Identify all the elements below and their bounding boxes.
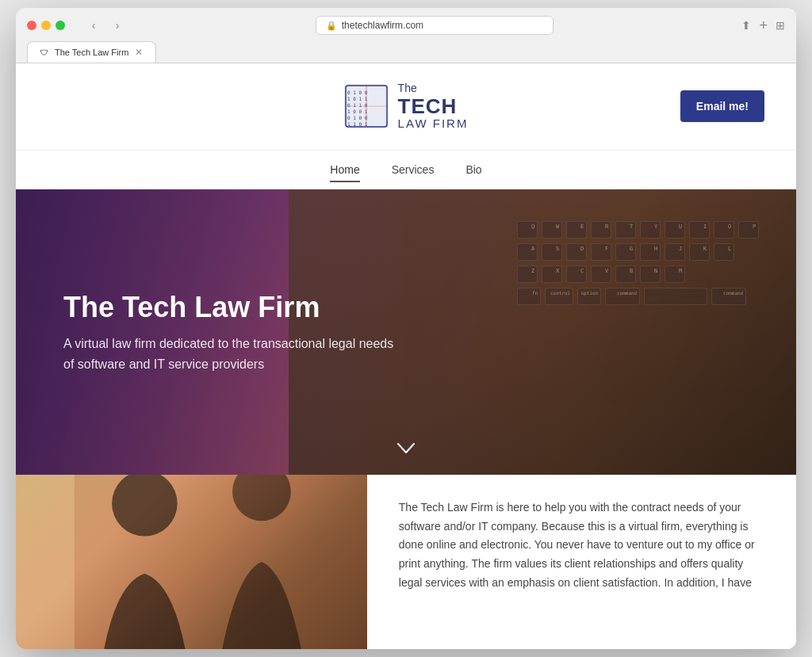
browser-window: ‹ › 🔒 thetechlawfirm.com ⬆ + ⊞ 🛡 The T	[16, 8, 796, 648]
grid-icon[interactable]: ⊞	[776, 19, 785, 32]
key-d: D	[566, 243, 587, 261]
site-header: 0 1 0 0 1 0 1 1 0 1 1 0 1 0 0 1 0 1 0 0 …	[16, 63, 796, 150]
tab-bar: 🛡 The Tech Law Firm ✕	[27, 41, 785, 63]
keyboard-keys: Q W E R T Y U I O P A S D	[501, 205, 780, 448]
key-w: W	[542, 221, 562, 239]
logo-text: The TECH LAW FIRM	[398, 82, 469, 130]
tab-title: The Tech Law Firm	[55, 48, 128, 57]
svg-text:1 0 0 1: 1 0 0 1	[347, 109, 368, 114]
key-s: S	[542, 243, 562, 261]
key-opt: option	[577, 288, 601, 305]
tab-close-icon[interactable]: ✕	[135, 47, 143, 58]
nav-services[interactable]: Services	[392, 160, 435, 179]
share-icon[interactable]: ⬆	[741, 19, 751, 32]
nav-home[interactable]: Home	[330, 160, 359, 179]
hero-content: The Tech Law Firm A virtual law firm ded…	[63, 290, 396, 374]
hero-section: Q W E R T Y U I O P A S D	[16, 189, 796, 475]
keyboard-row-2: A S D F G H J K L	[517, 243, 764, 261]
logo-the: The	[398, 82, 469, 94]
tab-favicon: 🛡	[40, 48, 48, 57]
key-y: Y	[640, 221, 661, 239]
key-m: M	[665, 265, 685, 283]
keyboard-row-4: fn control option command command	[517, 288, 764, 305]
key-q: Q	[517, 221, 538, 239]
svg-text:1 0 1 1: 1 0 1 1	[347, 96, 368, 101]
hero-subtitle: A virtual law firm dedicated to the tran…	[63, 334, 396, 374]
browser-chrome: ‹ › 🔒 thetechlawfirm.com ⬆ + ⊞ 🛡 The T	[16, 8, 796, 63]
key-p: P	[738, 221, 759, 239]
key-r: R	[591, 221, 611, 239]
key-space	[644, 288, 707, 305]
logo-icon: 0 1 0 0 1 0 1 1 0 1 1 0 1 0 0 1 0 1 0 0 …	[344, 84, 389, 128]
about-description: The Tech Law Firm is here to help you wi…	[399, 498, 764, 593]
browser-nav: ‹ ›	[84, 16, 127, 35]
key-j: J	[665, 243, 685, 261]
about-text-section: The Tech Law Firm is here to help you wi…	[367, 475, 796, 649]
key-i: I	[689, 221, 710, 239]
keyboard-row-1: Q W E R T Y U I O P	[517, 221, 764, 239]
logo-law-firm: LAW FIRM	[398, 117, 469, 131]
key-g: G	[615, 243, 636, 261]
key-fn: fn	[517, 288, 541, 305]
svg-text:0 1 0 0: 0 1 0 0	[347, 90, 368, 95]
website-content: 0 1 0 0 1 0 1 1 0 1 1 0 1 0 0 1 0 1 0 0 …	[16, 63, 796, 648]
url-text: thetechlawfirm.com	[342, 20, 423, 31]
keyboard-row-3: Z X C V B N M	[517, 265, 764, 283]
key-a: A	[517, 243, 538, 261]
maximize-button[interactable]	[56, 21, 65, 30]
address-bar[interactable]: 🔒 thetechlawfirm.com	[316, 16, 553, 35]
people-image	[16, 475, 367, 649]
address-bar-container: 🔒 thetechlawfirm.com	[149, 16, 719, 35]
key-ctrl: control	[545, 288, 573, 305]
key-x: X	[542, 265, 562, 283]
key-o: O	[714, 221, 734, 239]
about-section: The Tech Law Firm is here to help you wi…	[16, 475, 796, 649]
traffic-lights	[27, 21, 65, 30]
close-button[interactable]	[27, 21, 36, 30]
key-t: T	[615, 221, 636, 239]
site-nav: Home Services Bio	[16, 151, 796, 189]
key-z: Z	[517, 265, 538, 283]
key-cmd-left: command	[605, 288, 640, 305]
svg-text:0 1 0 0: 0 1 0 0	[347, 115, 368, 120]
minimize-button[interactable]	[41, 21, 51, 30]
forward-button[interactable]: ›	[108, 16, 127, 35]
browser-tab[interactable]: 🛡 The Tech Law Firm ✕	[27, 41, 156, 63]
email-button[interactable]: Email me!	[680, 90, 764, 122]
svg-rect-13	[16, 475, 75, 649]
hero-title: The Tech Law Firm	[63, 290, 396, 324]
key-k: K	[689, 243, 710, 261]
svg-text:1 1 0 1: 1 1 0 1	[347, 121, 368, 127]
key-e: E	[566, 221, 587, 239]
logo-tech: TECH	[398, 95, 469, 118]
key-b: B	[615, 265, 636, 283]
key-cmd-right: command	[711, 288, 746, 305]
lock-icon: 🔒	[326, 21, 337, 31]
key-u: U	[665, 221, 685, 239]
key-v: V	[591, 265, 611, 283]
new-tab-icon[interactable]: +	[759, 17, 768, 34]
about-image	[16, 475, 367, 649]
key-n: N	[640, 265, 661, 283]
back-button[interactable]: ‹	[84, 16, 103, 35]
key-l: L	[714, 243, 734, 261]
key-c: C	[566, 265, 587, 283]
logo-area: 0 1 0 0 1 0 1 1 0 1 1 0 1 0 0 1 0 1 0 0 …	[344, 82, 469, 130]
browser-actions: ⬆ + ⊞	[741, 17, 785, 34]
key-h: H	[640, 243, 661, 261]
nav-bio[interactable]: Bio	[465, 160, 481, 179]
key-f: F	[591, 243, 611, 261]
scroll-chevron[interactable]	[396, 442, 416, 459]
svg-text:0 1 1 0: 0 1 1 0	[347, 102, 368, 108]
